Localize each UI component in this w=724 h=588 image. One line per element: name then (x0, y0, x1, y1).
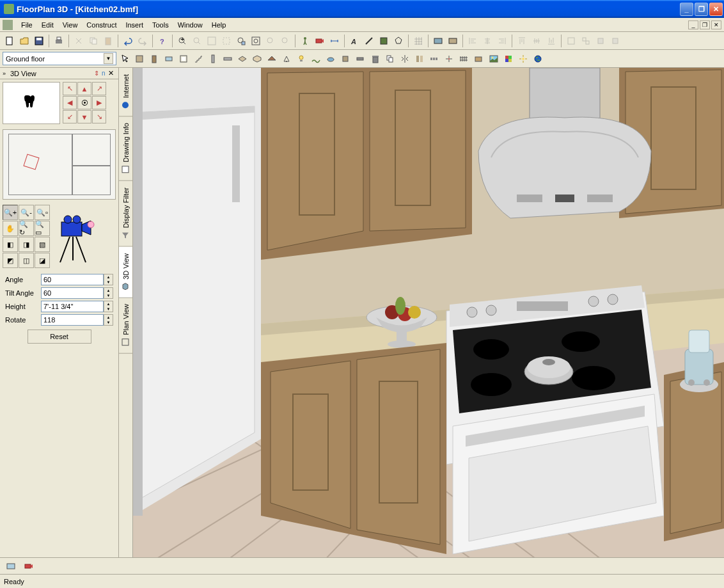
pin-icon[interactable]: ⇕ (94, 70, 102, 77)
zoom-in-icon[interactable]: + (175, 34, 189, 48)
front-icon[interactable] (594, 34, 608, 48)
nav-center[interactable]: ⦿ (77, 96, 91, 109)
fence-icon[interactable] (457, 52, 471, 66)
dimension-icon[interactable] (327, 34, 342, 48)
align-top-icon[interactable] (515, 34, 529, 48)
window-icon[interactable] (162, 52, 176, 66)
floor-selector[interactable]: Ground floor ▼ (3, 52, 116, 65)
text-icon[interactable]: A (347, 34, 361, 48)
grid-icon[interactable] (411, 34, 425, 48)
rotate-spinner[interactable]: ▲▼ (104, 314, 113, 326)
object2-icon[interactable] (338, 52, 352, 66)
beam-icon[interactable] (221, 52, 235, 66)
panel-close-icon[interactable]: ✕ (108, 69, 116, 77)
menu-tools[interactable]: Tools (148, 20, 173, 30)
ceiling-icon[interactable] (250, 52, 264, 66)
zoom-window-icon[interactable] (205, 34, 219, 48)
flip-icon[interactable] (413, 52, 427, 66)
menu-app-icon[interactable] (3, 20, 13, 30)
menu-help[interactable]: Help (207, 20, 231, 30)
view-mode-1-icon[interactable] (431, 34, 445, 48)
cut-button[interactable] (72, 34, 86, 48)
minimize-button[interactable]: _ (680, 3, 693, 16)
zoom-window-tool[interactable]: 🔍▫ (35, 205, 50, 220)
region-icon[interactable] (377, 34, 391, 48)
nav-down-left[interactable]: ↙ (63, 110, 77, 123)
stairs-icon[interactable] (191, 52, 205, 66)
view-wire2-tool[interactable]: ▧ (35, 237, 50, 252)
print-button[interactable] (52, 34, 66, 48)
undo-button[interactable] (121, 34, 135, 48)
tab-display-filter[interactable]: Display Filter (119, 181, 132, 247)
new-button[interactable] (3, 34, 17, 48)
pin2-icon[interactable]: n (102, 70, 108, 77)
align-middle-icon[interactable] (530, 34, 544, 48)
nav-up-right[interactable]: ↗ (92, 82, 106, 95)
materials-icon[interactable] (501, 52, 515, 66)
tab-internet[interactable]: Internet (119, 68, 132, 116)
line-icon[interactable] (362, 34, 376, 48)
help-button[interactable]: ? (155, 34, 169, 48)
terrain-icon[interactable] (309, 52, 323, 66)
tilt-input[interactable]: 60 (41, 287, 104, 299)
reset-button[interactable]: Reset (28, 330, 91, 344)
mdi-close[interactable]: ✕ (711, 20, 721, 29)
polygon-icon[interactable] (391, 34, 405, 48)
column-icon[interactable] (206, 52, 220, 66)
chevron-down-icon[interactable]: ▼ (104, 53, 113, 64)
menu-window[interactable]: Window (173, 20, 207, 30)
minimap[interactable] (3, 129, 116, 200)
zoom-previous-icon[interactable] (264, 34, 278, 48)
opening-icon[interactable] (177, 52, 191, 66)
walkthrough-icon[interactable] (298, 34, 312, 48)
view-solid-tool[interactable]: ◧ (3, 237, 18, 252)
view-mode-2-icon[interactable] (446, 34, 460, 48)
globe-icon[interactable] (531, 52, 545, 66)
array-icon[interactable] (427, 52, 441, 66)
close-button[interactable]: ✕ (709, 3, 723, 16)
viewport-3d[interactable] (133, 68, 724, 557)
rotate-input[interactable]: 118 (41, 314, 104, 326)
mdi-restore[interactable]: ❐ (700, 20, 710, 29)
view-top-tool[interactable]: ◪ (35, 253, 50, 268)
delete-icon[interactable] (368, 52, 382, 66)
align-right-icon[interactable] (495, 34, 509, 48)
object3-icon[interactable] (353, 52, 367, 66)
cabinet-icon[interactable] (471, 52, 485, 66)
zoom-out-icon[interactable] (190, 34, 204, 48)
expand-icon[interactable]: » (3, 70, 10, 77)
tab-drawing-info[interactable]: Drawing Info (119, 116, 132, 181)
redo-button[interactable] (136, 34, 150, 48)
nav-up[interactable]: ▲ (77, 82, 91, 95)
height-input[interactable]: 7'-11 3/4'' (41, 301, 104, 312)
pan-tool[interactable]: ✋ (3, 221, 18, 236)
align-bottom-icon[interactable] (544, 34, 558, 48)
menu-construct[interactable]: Construct (82, 20, 121, 30)
menu-file[interactable]: File (17, 20, 37, 30)
camera-icon[interactable] (313, 34, 327, 48)
back-icon[interactable] (608, 34, 622, 48)
view-wire1-tool[interactable]: ◨ (19, 237, 34, 252)
ungroup-icon[interactable] (579, 34, 593, 48)
open-button[interactable] (17, 34, 31, 48)
picture-icon[interactable] (487, 52, 501, 66)
menu-edit[interactable]: Edit (37, 20, 58, 30)
tab-3d-view[interactable]: 3D View (119, 247, 132, 298)
camera-obj-icon[interactable] (279, 52, 294, 66)
bottom-icon-2[interactable] (22, 559, 36, 573)
zoom-fit-icon[interactable] (249, 34, 263, 48)
lighting-icon[interactable] (516, 52, 530, 66)
view-iso-tool[interactable]: ◩ (3, 253, 18, 268)
zoom-extents-icon[interactable] (219, 34, 233, 48)
save-button[interactable] (32, 34, 46, 48)
tilt-spinner[interactable]: ▲▼ (104, 287, 113, 299)
walkthrough-preview[interactable] (3, 82, 60, 124)
nav-right[interactable]: ▶ (92, 96, 106, 109)
menu-insert[interactable]: Insert (121, 20, 148, 30)
nav-down-right[interactable]: ↘ (92, 110, 106, 123)
wall-icon[interactable] (132, 52, 146, 66)
zoom-selected-icon[interactable] (234, 34, 248, 48)
view-persp-tool[interactable]: ◫ (19, 253, 34, 268)
group-icon[interactable] (564, 34, 578, 48)
mdi-minimize[interactable]: _ (688, 20, 698, 29)
